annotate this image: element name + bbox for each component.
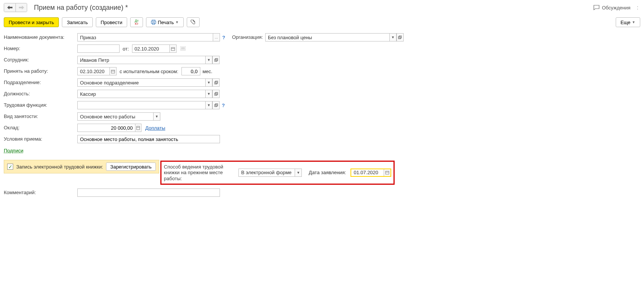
- page-title: Прием на работу (создание) *: [34, 4, 128, 12]
- salary-input[interactable]: [77, 124, 141, 132]
- employee-open-button[interactable]: [212, 56, 220, 64]
- chevron-down-icon[interactable]: ▼: [295, 169, 301, 176]
- conditions-field[interactable]: [78, 135, 220, 143]
- post-close-button[interactable]: Провести и закрыть: [4, 17, 59, 27]
- chevron-down-icon[interactable]: ▼: [205, 79, 212, 86]
- salary-field[interactable]: [78, 124, 135, 132]
- calendar-icon[interactable]: [384, 169, 390, 176]
- discussions-link[interactable]: Обсуждения: [602, 5, 630, 11]
- date-input[interactable]: 02.10.2020: [132, 44, 177, 53]
- svg-rect-19: [215, 104, 217, 107]
- salary-label: Оклад:: [4, 125, 77, 131]
- application-date-value: 01.07.2020: [351, 169, 384, 176]
- calendar-icon[interactable]: [169, 45, 176, 52]
- nav-back-button[interactable]: [4, 3, 15, 12]
- position-open-button[interactable]: [212, 90, 220, 98]
- department-select[interactable]: Основное подразделение ▼: [77, 78, 212, 87]
- etk-checkbox[interactable]: ✓: [7, 164, 13, 170]
- comment-input[interactable]: [77, 189, 220, 197]
- svg-rect-15: [215, 82, 217, 84]
- calculator-icon[interactable]: [135, 124, 141, 132]
- employment-type-label: Вид занятости:: [4, 113, 77, 120]
- open-icon: [397, 34, 403, 41]
- hire-date-input[interactable]: 02.10.2020: [77, 67, 117, 75]
- paperclip-icon: [191, 20, 196, 25]
- conditions-input[interactable]: [77, 135, 220, 143]
- number-label: Номер:: [4, 46, 77, 52]
- probation-field[interactable]: [182, 67, 200, 75]
- doc-name-select[interactable]: Приказ …: [77, 33, 220, 41]
- org-value: Без плановой цены: [266, 34, 389, 41]
- chevron-down-icon[interactable]: ▼: [205, 56, 212, 64]
- employment-type-select[interactable]: Основное место работы ▼: [77, 112, 160, 121]
- more-label: Еще: [621, 20, 630, 25]
- more-button[interactable]: Еще ▼: [616, 17, 640, 27]
- signatures-link[interactable]: Подписи: [4, 148, 23, 153]
- position-value: Кассир: [78, 90, 205, 98]
- comment-field[interactable]: [78, 189, 220, 196]
- department-value: Основное подразделение: [78, 79, 205, 86]
- svg-rect-12: [215, 58, 218, 61]
- help-icon[interactable]: ?: [222, 35, 225, 40]
- toolbar: Провести и закрыть Записать Провести ДтК…: [4, 17, 640, 27]
- doc-name-label: Наименование документа:: [4, 34, 77, 40]
- svg-rect-3: [398, 37, 401, 39]
- number-field[interactable]: [78, 45, 119, 52]
- chevron-down-icon[interactable]: ▼: [205, 101, 212, 109]
- probation-input[interactable]: [181, 67, 200, 75]
- calendar-icon[interactable]: [109, 67, 116, 75]
- chevron-down-icon[interactable]: ▼: [389, 34, 396, 41]
- register-button[interactable]: Зарегистрировать: [106, 162, 155, 171]
- svg-rect-16: [215, 81, 218, 83]
- application-date-input[interactable]: 01.07.2020: [350, 169, 391, 177]
- stamp-icon[interactable]: [180, 46, 186, 51]
- labor-function-select[interactable]: ▼: [77, 101, 212, 109]
- svg-rect-13: [111, 70, 115, 73]
- employment-type-value: Основное место работы: [78, 113, 153, 120]
- save-button[interactable]: Записать: [62, 17, 93, 27]
- position-label: Должность:: [4, 91, 77, 97]
- arrow-left-icon: [7, 6, 12, 9]
- arrow-right-icon: [19, 6, 24, 9]
- etk-label: Запись электронной трудовой книжки:: [16, 164, 103, 170]
- expand-icon[interactable]: :: [635, 5, 640, 11]
- application-date-label: Дата заявления:: [309, 170, 346, 175]
- nav-forward-button[interactable]: [15, 3, 27, 12]
- printer-icon: [151, 20, 156, 25]
- probation-unit: мес.: [203, 69, 212, 74]
- labor-function-label: Трудовая функция:: [4, 102, 77, 108]
- labor-function-open-button[interactable]: [212, 101, 220, 109]
- open-icon: [212, 79, 219, 86]
- employee-select[interactable]: Иванов Петр ▼: [77, 56, 212, 64]
- etk-box: ✓ Запись электронной трудовой книжки: За…: [4, 160, 159, 173]
- open-icon: [212, 90, 219, 98]
- chevron-down-icon[interactable]: ▼: [205, 90, 212, 98]
- probation-label: с испытательным сроком:: [120, 69, 178, 74]
- post-button[interactable]: Провести: [96, 17, 128, 27]
- extra-pay-link[interactable]: Доплаты: [145, 125, 165, 131]
- number-input[interactable]: [77, 44, 120, 53]
- position-select[interactable]: Кассир ▼: [77, 90, 212, 98]
- svg-rect-17: [215, 93, 217, 95]
- print-button[interactable]: Печать ▼: [146, 17, 184, 27]
- attach-button[interactable]: [187, 17, 200, 27]
- org-open-button[interactable]: [396, 33, 404, 41]
- chevron-down-icon[interactable]: ▼: [153, 113, 160, 120]
- hire-date-label: Принять на работу:: [4, 68, 77, 74]
- help-icon[interactable]: ?: [222, 103, 225, 108]
- header-bar: Прием на работу (создание) * Обсуждения …: [4, 2, 640, 13]
- org-select[interactable]: Без плановой цены ▼: [265, 33, 397, 41]
- svg-rect-4: [399, 36, 401, 38]
- org-label: Организация:: [232, 34, 263, 40]
- date-value: 02.10.2020: [132, 45, 169, 52]
- nav-buttons: [4, 3, 27, 12]
- chevron-down-icon: ▼: [632, 20, 635, 24]
- department-open-button[interactable]: [212, 78, 220, 87]
- method-select[interactable]: В электронной форме ▼: [238, 169, 302, 177]
- employee-value: Иванов Петр: [78, 56, 205, 64]
- ot-label: от:: [123, 46, 129, 52]
- open-icon: [212, 101, 219, 109]
- dtkt-button[interactable]: ДтКт: [130, 17, 143, 27]
- svg-rect-21: [137, 126, 140, 130]
- select-ellipsis-icon[interactable]: …: [213, 34, 220, 41]
